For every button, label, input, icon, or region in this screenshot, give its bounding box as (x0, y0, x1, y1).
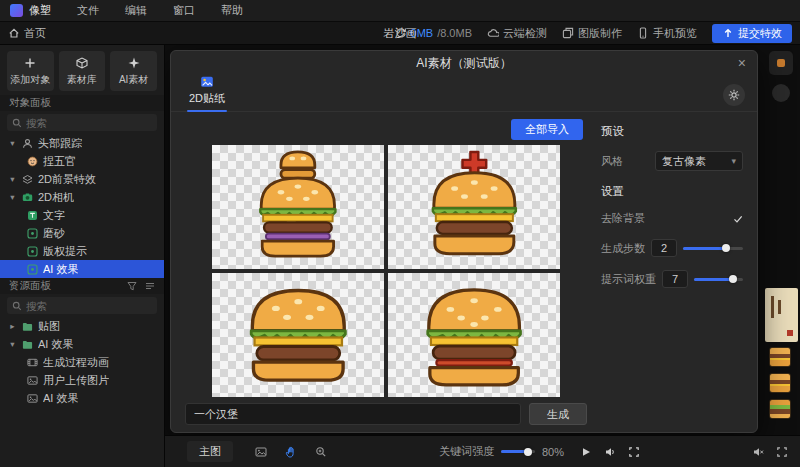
weight-value-box[interactable]: 7 (662, 270, 688, 288)
left-sidebar: 添加对象 素材库 AI素材 对象面板 ▾ (0, 45, 165, 467)
import-all-button[interactable]: 全部导入 (511, 119, 583, 140)
caret-down-icon[interactable]: ▾ (8, 339, 17, 349)
tab-main-image[interactable]: 主图 (187, 441, 233, 462)
menu-file[interactable]: 文件 (77, 3, 99, 18)
tree-label: 生成过程动画 (43, 355, 109, 370)
tree-item-generation-animation[interactable]: 生成过程动画 (0, 353, 164, 371)
sort-icon[interactable] (145, 281, 155, 291)
add-object-button[interactable]: 添加对象 (7, 51, 54, 91)
app-logo-icon (10, 4, 23, 17)
caret-down-icon[interactable]: ▾ (8, 174, 17, 184)
canvas-burger-sticker[interactable] (769, 399, 791, 419)
mute-icon[interactable] (752, 446, 764, 458)
play-icon[interactable] (580, 446, 592, 458)
tree-item-head-tracking[interactable]: ▾ 头部跟踪 (0, 134, 164, 152)
generated-sticker-2[interactable] (388, 145, 560, 269)
dialog-tabs: 2D贴纸 (171, 75, 757, 112)
fullscreen-icon[interactable] (628, 446, 640, 458)
cloud-check-button[interactable]: 云端检测 (487, 26, 547, 41)
face-icon (27, 156, 38, 167)
film-icon (27, 357, 38, 368)
speaker-icon[interactable] (604, 446, 616, 458)
generated-sticker-4[interactable] (388, 273, 560, 397)
resource-panel-title: 资源面板 (9, 279, 51, 293)
add-object-label: 添加对象 (10, 73, 50, 87)
frame-tool-icon[interactable] (255, 446, 267, 458)
effect-icon (27, 264, 38, 275)
submit-effect-button[interactable]: 提交特效 (712, 24, 792, 43)
canvas-burger-sticker[interactable] (769, 373, 791, 393)
phone-preview-button[interactable]: 手机预览 (637, 26, 697, 41)
ai-sparkle-icon (127, 56, 141, 70)
active-tab-underline (187, 110, 227, 112)
material-library-label: 素材库 (67, 73, 97, 87)
slider-handle[interactable] (524, 448, 532, 456)
template-make-button[interactable]: 图版制作 (562, 26, 622, 41)
caret-down-icon[interactable]: ▾ (8, 138, 17, 148)
tree-item-frosted[interactable]: 磨砂 (0, 224, 164, 242)
tab-2d-sticker[interactable]: 2D贴纸 (187, 75, 227, 111)
image-icon (27, 375, 38, 386)
artwork-stroke (771, 296, 774, 318)
tree-item-ai-effects-folder[interactable]: ▾ AI 效果 (0, 335, 164, 353)
canvas-burger-sticker[interactable] (769, 347, 791, 367)
home-button[interactable]: 首页 (8, 26, 46, 41)
tree-item-text[interactable]: 文字 (0, 206, 164, 224)
expand-icon[interactable] (776, 446, 788, 458)
resource-search-input[interactable] (7, 297, 157, 314)
zoom-tool-icon[interactable] (315, 446, 327, 458)
material-library-button[interactable]: 素材库 (59, 51, 106, 91)
slider-handle[interactable] (729, 275, 737, 283)
library-box-icon (75, 56, 89, 70)
preview-round-button[interactable] (772, 84, 790, 102)
results-column: 全部导入 (185, 116, 587, 432)
playback-controls (580, 446, 640, 458)
camera-icon (22, 192, 33, 203)
menu-help[interactable]: 帮助 (221, 3, 243, 18)
tab-2d-sticker-label: 2D贴纸 (189, 91, 225, 106)
generate-button[interactable]: 生成 (529, 403, 587, 425)
preview-tool-button[interactable] (769, 51, 793, 75)
check-icon[interactable] (733, 214, 743, 224)
keyword-strength-slider[interactable] (501, 450, 535, 453)
settings-gear-button[interactable] (723, 84, 745, 106)
home-label: 首页 (24, 26, 46, 41)
caret-down-icon[interactable]: ▾ (8, 192, 17, 202)
menu-edit[interactable]: 编辑 (125, 3, 147, 18)
tree-item-ai-effect-selected[interactable]: AI 效果 (0, 260, 164, 278)
weight-slider[interactable] (694, 278, 743, 281)
slider-handle[interactable] (722, 244, 730, 252)
effect-icon (27, 228, 38, 239)
generated-sticker-1[interactable] (212, 145, 384, 269)
tree-item-face-features[interactable]: 捏五官 (0, 152, 164, 170)
tree-label: 2D前景特效 (38, 172, 96, 187)
generated-sticker-3[interactable] (212, 273, 384, 397)
caret-right-icon[interactable]: ▸ (8, 321, 17, 331)
style-label: 风格 (601, 154, 623, 169)
keyword-strength-control: 关键词强度 80% (439, 444, 564, 459)
canvas-preview-strip (762, 45, 800, 435)
close-icon[interactable]: × (738, 54, 746, 72)
tree-item-2d-foreground-fx[interactable]: ▾ 2D前景特效 (0, 170, 164, 188)
preview-artwork (765, 288, 798, 342)
steps-value-box[interactable]: 2 (651, 239, 677, 257)
tree-label: 版权提示 (43, 244, 87, 259)
image-icon (27, 393, 38, 404)
hand-tool-icon[interactable] (285, 446, 297, 458)
prompt-input[interactable] (185, 403, 521, 425)
tool-dot-icon (777, 59, 785, 67)
steps-slider[interactable] (683, 247, 743, 250)
tree-item-2d-camera[interactable]: ▾ 2D相机 (0, 188, 164, 206)
main-area: AI素材（测试版） × 2D贴纸 (165, 45, 800, 467)
ai-material-button[interactable]: AI素材 (110, 51, 157, 91)
style-select[interactable]: 复古像素 ▾ (655, 151, 743, 171)
filter-icon[interactable] (127, 281, 137, 291)
object-search-input[interactable] (7, 114, 157, 131)
tree-item-copyright-notice[interactable]: 版权提示 (0, 242, 164, 260)
tree-item-ai-effects[interactable]: AI 效果 (0, 389, 164, 407)
burger-image-tomato (418, 277, 530, 394)
menu-window[interactable]: 窗口 (173, 3, 195, 18)
tree-item-stickers-folder[interactable]: ▸ 贴图 (0, 317, 164, 335)
tree-item-user-uploads[interactable]: 用户上传图片 (0, 371, 164, 389)
resource-tree: ▸ 贴图 ▾ AI 效果 生成过程动画 用户上传图片 (0, 317, 164, 407)
